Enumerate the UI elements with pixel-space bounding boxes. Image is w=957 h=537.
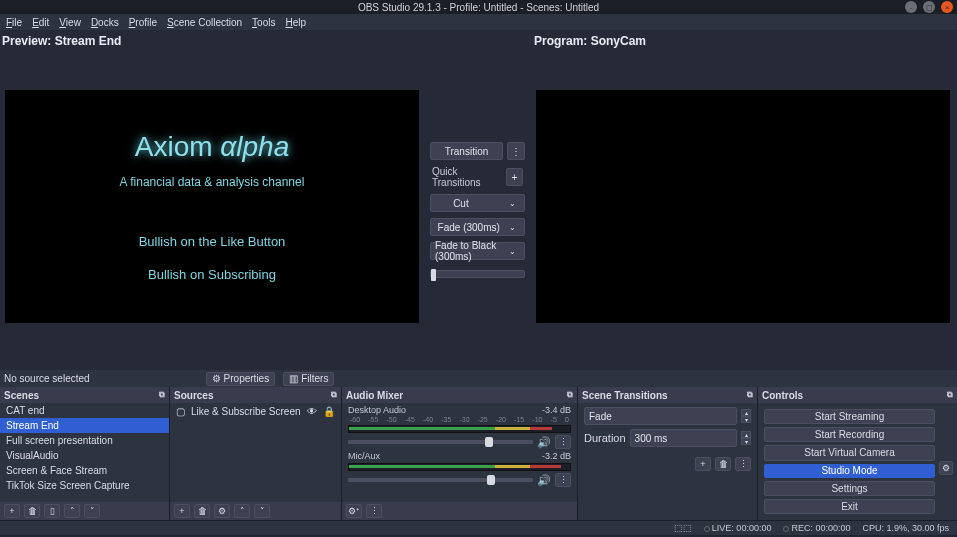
filters-icon: ▥: [289, 373, 298, 384]
duration-spinner[interactable]: ▴▾: [741, 431, 751, 445]
mixer-menu-button[interactable]: ⋮: [366, 504, 382, 518]
window-maximize-button[interactable]: ◻: [923, 1, 935, 13]
quick-transition-cut[interactable]: Cut⌄: [430, 194, 525, 212]
scenes-list: CAT end Stream End Full screen presentat…: [0, 403, 169, 502]
add-scene-button[interactable]: +: [4, 504, 20, 518]
preview-canvas[interactable]: Axiom αlpha A financial data & analysis …: [5, 90, 419, 323]
menu-profile[interactable]: Profile: [129, 17, 157, 28]
menu-scene-collection[interactable]: Scene Collection: [167, 17, 242, 28]
window-minimize-button[interactable]: ‐: [905, 1, 917, 13]
menu-tools[interactable]: Tools: [252, 17, 275, 28]
scene-filter-button[interactable]: ▯: [44, 504, 60, 518]
source-info-bar: No source selected ⚙ Properties ▥ Filter…: [0, 370, 957, 387]
source-item[interactable]: ▢ Like & Subscribe Screen 👁 🔒: [170, 403, 341, 419]
slide-subtitle: A financial data & analysis channel: [120, 175, 305, 189]
start-streaming-button[interactable]: Start Streaming: [764, 409, 935, 424]
transition-properties-button[interactable]: ⋮: [735, 457, 751, 471]
quick-transition-fade-black[interactable]: Fade to Black (300ms)⌄: [430, 242, 525, 260]
preview-slide: Axiom αlpha A financial data & analysis …: [6, 91, 418, 322]
live-time: LIVE: 00:00:00: [712, 523, 772, 533]
duration-label: Duration: [584, 432, 626, 444]
menu-view[interactable]: View: [59, 17, 81, 28]
popout-icon[interactable]: ⧉: [567, 390, 573, 400]
scene-item[interactable]: CAT end: [0, 403, 169, 418]
remove-source-button[interactable]: 🗑: [194, 504, 210, 518]
sources-header[interactable]: Sources ⧉: [170, 387, 341, 403]
scene-item[interactable]: Screen & Face Stream: [0, 463, 169, 478]
remove-transition-button[interactable]: 🗑: [715, 457, 731, 471]
virtual-camera-settings-button[interactable]: ⚙: [939, 461, 953, 475]
transitions-header[interactable]: Scene Transitions ⧉: [578, 387, 757, 403]
quick-transition-fade[interactable]: Fade (300ms)⌄: [430, 218, 525, 236]
program-label: Program: SonyCam: [534, 34, 646, 48]
channel-menu-button[interactable]: ⋮: [555, 473, 571, 487]
slider-knob[interactable]: [487, 475, 495, 485]
add-quick-transition-button[interactable]: +: [506, 168, 523, 186]
properties-button[interactable]: ⚙ Properties: [206, 372, 276, 386]
add-source-button[interactable]: +: [174, 504, 190, 518]
source-up-button[interactable]: ˄: [234, 504, 250, 518]
slider-knob[interactable]: [485, 437, 493, 447]
start-virtual-camera-button[interactable]: Start Virtual Camera: [764, 445, 935, 461]
sources-dock: Sources ⧉ ▢ Like & Subscribe Screen 👁 🔒 …: [170, 387, 342, 520]
add-transition-button[interactable]: +: [695, 457, 711, 471]
popout-icon[interactable]: ⧉: [331, 390, 337, 400]
popout-icon[interactable]: ⧉: [947, 390, 953, 400]
popout-icon[interactable]: ⧉: [159, 390, 165, 400]
rec-indicator-icon: [783, 526, 789, 532]
scene-item[interactable]: Stream End: [0, 418, 169, 433]
transition-spinner[interactable]: ▴▾: [741, 409, 751, 423]
mixer-advanced-button[interactable]: ⚙ᐩ: [346, 504, 362, 518]
meter-scale: -60-55-50-45-40-35-30-25-20-15-10-50: [348, 416, 571, 423]
lock-icon[interactable]: 🔒: [323, 406, 335, 417]
menu-file[interactable]: File: [6, 17, 22, 28]
transitions-body: Fade ▴▾ Duration 300 ms ▴▾ + 🗑 ⋮: [578, 403, 757, 520]
mixer-header[interactable]: Audio Mixer ⧉: [342, 387, 577, 403]
mixer-channel-mic: Mic/Aux -3.2 dB 🔊 ⋮: [342, 449, 577, 487]
slide-line2: Bullish on Subscribing: [148, 267, 276, 282]
channel-menu-button[interactable]: ⋮: [555, 435, 571, 449]
dock-status-icon[interactable]: ⬚⬚: [674, 523, 692, 533]
controls-header[interactable]: Controls ⧉: [758, 387, 957, 403]
scene-item[interactable]: TikTok Size Screen Capture: [0, 478, 169, 493]
transition-menu-button[interactable]: ⋮: [507, 142, 525, 160]
preview-label: Preview: Stream End: [2, 34, 121, 48]
scenes-header[interactable]: Scenes ⧉: [0, 387, 169, 403]
menu-help[interactable]: Help: [285, 17, 306, 28]
menu-docks[interactable]: Docks: [91, 17, 119, 28]
cpu-stats: CPU: 1.9%, 30.00 fps: [862, 523, 949, 533]
audio-meter: [348, 463, 571, 471]
transition-button[interactable]: Transition: [430, 142, 503, 160]
scene-up-button[interactable]: ˄: [64, 504, 80, 518]
scene-item[interactable]: VisualAudio: [0, 448, 169, 463]
scenes-dock: Scenes ⧉ CAT end Stream End Full screen …: [0, 387, 170, 520]
volume-slider[interactable]: [348, 478, 533, 482]
speaker-icon[interactable]: 🔊: [537, 474, 551, 487]
speaker-icon[interactable]: 🔊: [537, 436, 551, 449]
settings-button[interactable]: Settings: [764, 481, 935, 496]
remove-scene-button[interactable]: 🗑: [24, 504, 40, 518]
titlebar: OBS Studio 29.1.3 - Profile: Untitled - …: [0, 0, 957, 14]
start-recording-button[interactable]: Start Recording: [764, 427, 935, 442]
filters-button[interactable]: ▥ Filters: [283, 372, 334, 386]
studio-mode-button[interactable]: Studio Mode: [764, 464, 935, 479]
scene-item[interactable]: Full screen presentation: [0, 433, 169, 448]
transition-select[interactable]: Fade: [584, 407, 737, 425]
duration-input[interactable]: 300 ms: [630, 429, 737, 447]
window-icon: ▢: [176, 406, 185, 417]
volume-slider[interactable]: [348, 440, 533, 444]
audio-mixer-dock: Audio Mixer ⧉ Desktop Audio -3.4 dB -60-…: [342, 387, 578, 520]
scene-down-button[interactable]: ˅: [84, 504, 100, 518]
exit-button[interactable]: Exit: [764, 499, 935, 514]
popout-icon[interactable]: ⧉: [747, 390, 753, 400]
program-canvas[interactable]: [536, 90, 950, 323]
tbar-slider[interactable]: [430, 270, 525, 278]
window-close-button[interactable]: ×: [941, 1, 953, 13]
eye-icon[interactable]: 👁: [307, 406, 317, 417]
source-properties-button[interactable]: ⚙: [214, 504, 230, 518]
menu-edit[interactable]: Edit: [32, 17, 49, 28]
tbar-handle[interactable]: [431, 269, 436, 281]
chevron-down-icon: ⌄: [505, 247, 520, 256]
no-source-label: No source selected: [4, 373, 90, 384]
source-down-button[interactable]: ˅: [254, 504, 270, 518]
